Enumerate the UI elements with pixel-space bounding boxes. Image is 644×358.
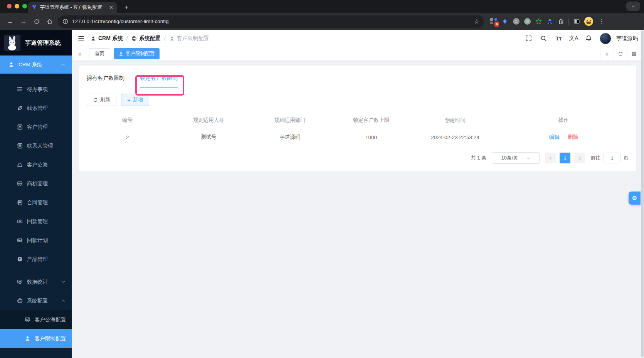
tag-customer-limit-config[interactable]: 客户限制配置 [114, 48, 160, 59]
col-created: 创建时间 [412, 112, 499, 128]
search-button[interactable] [537, 32, 550, 45]
breadcrumb-crm-system[interactable]: CRM 系统 [91, 35, 123, 42]
cell-dept: 芋道源码 [249, 128, 331, 146]
add-button[interactable]: + 新增 [121, 94, 149, 106]
browser-tab[interactable]: 芋道管理系统 - 客户限制配置 ✕ [28, 2, 117, 13]
leaf-icon [17, 105, 23, 111]
fullscreen-button[interactable] [522, 32, 535, 45]
tab-locked-customer-limit[interactable]: 锁定客户数限制 [140, 75, 178, 88]
home-button[interactable] [43, 15, 56, 28]
sidebar-item-products[interactable]: P 产品管理 [0, 250, 72, 269]
sidebar-item-customers[interactable]: 客户管理 [0, 118, 72, 136]
extensions-area: 6 [490, 15, 606, 28]
site-info-icon[interactable] [62, 18, 68, 24]
chevron-left-icon [548, 156, 553, 160]
user-avatar[interactable] [600, 33, 611, 44]
reload-button[interactable] [30, 15, 43, 28]
forward-button[interactable]: → [17, 15, 30, 28]
settings-fab[interactable]: ⚙ [629, 192, 641, 205]
refresh-icon [618, 51, 623, 57]
extensions-puzzle-icon[interactable] [557, 18, 564, 25]
breadcrumb-separator: / [126, 35, 128, 42]
tags-scroll-right-button[interactable]: » [600, 47, 614, 61]
browser-chrome: 芋道管理系统 - 客户限制配置 ✕ + ← → 127.0.0.1/crm/co… [0, 0, 644, 30]
logo-rabbit-image [4, 35, 20, 51]
toolbar-divider [568, 18, 569, 25]
pagination: 共 1 条 10条/页 1 [87, 152, 629, 164]
breadcrumb-system-config[interactable]: 系统配置 [131, 35, 161, 42]
cell-id: 2 [87, 128, 168, 146]
minimize-window-button[interactable] [15, 4, 19, 8]
close-window-button[interactable] [7, 4, 12, 8]
tab-overview-button[interactable] [626, 2, 640, 11]
font-size-button[interactable]: Tт [552, 32, 565, 45]
sidebar-menu: CRM 系统 待办事项 线索管理 客户管理 联系人管理 [0, 55, 72, 358]
cell-limit: 1000 [331, 128, 412, 146]
tags-scroll-left-button[interactable]: « [74, 51, 86, 57]
site-favicon [32, 5, 37, 10]
refresh-button[interactable]: 刷新 [87, 94, 116, 106]
sidebar-item-customer-pool[interactable]: 客户公海 [0, 155, 72, 174]
extension-green-circle-icon[interactable] [524, 18, 531, 25]
browser-profile-avatar[interactable] [584, 17, 593, 26]
url-text[interactable]: 127.0.0.1/crm/config/customer-limit-conf… [72, 18, 169, 24]
back-button[interactable]: ← [4, 15, 17, 28]
language-button[interactable]: 文A [567, 32, 580, 45]
breadcrumb-customer-limit-config: 客户限制配置 [169, 35, 209, 42]
scrollbar-thumb[interactable] [641, 31, 644, 357]
menu-fold-button[interactable] [78, 35, 84, 42]
sidebar-item-receivable-plan[interactable]: 回款计划 [0, 231, 72, 250]
cell-created: 2024-02-23 22:53:24 [412, 128, 499, 146]
edit-link[interactable]: 编辑 [549, 134, 559, 140]
person-icon [169, 36, 175, 41]
contact-book-icon [17, 124, 23, 130]
tab-owned-customer-limit[interactable]: 拥有客户数限制 [87, 75, 124, 88]
sidebar-item-customer-limit-config[interactable]: 客户限制配置 [0, 329, 72, 348]
col-actions: 操作 [499, 112, 629, 128]
split-screen-icon[interactable] [573, 18, 580, 25]
person-icon [119, 52, 123, 56]
username[interactable]: 芋道源码 [616, 35, 638, 42]
page-size-select[interactable]: 10条/页 [492, 152, 540, 164]
sidebar-item-opportunities[interactable]: 商机管理 [0, 174, 72, 193]
tags-refresh-button[interactable] [614, 47, 627, 61]
page-1-button[interactable]: 1 [560, 153, 570, 163]
maximize-window-button[interactable] [22, 4, 27, 8]
col-limit: 锁定客户数上限 [331, 112, 412, 128]
svg-text:P: P [19, 257, 21, 261]
new-tab-button[interactable]: + [121, 2, 132, 13]
sidebar-item-contracts[interactable]: 合同管理 [0, 193, 72, 212]
notification-button[interactable] [582, 32, 595, 45]
address-bar[interactable]: 127.0.0.1/crm/config/customer-limit-conf… [58, 15, 484, 28]
extension-gray-circle-icon[interactable] [513, 18, 520, 25]
extension-grid-icon[interactable]: 6 [490, 18, 497, 25]
next-page-button[interactable] [574, 153, 585, 163]
prev-page-button[interactable] [545, 153, 556, 163]
sidebar-item-system-config[interactable]: 系统配置 [0, 291, 72, 310]
sidebar-item-statistics[interactable]: 数据统计 [0, 272, 72, 291]
tab-close-icon[interactable]: ✕ [109, 5, 113, 10]
chevron-down-icon [631, 4, 636, 8]
extension-star-icon[interactable] [535, 18, 542, 25]
tags-view-controls: » [600, 47, 641, 61]
tags-layout-button[interactable] [627, 47, 641, 61]
bookmark-star-icon[interactable]: ☆ [474, 18, 479, 25]
goto-page-input[interactable] [604, 153, 620, 163]
chevron-up-icon [61, 299, 66, 303]
delete-link[interactable]: 删除 [568, 134, 578, 140]
contact-book-icon [17, 143, 23, 149]
sidebar-item-todo[interactable]: 待办事项 [0, 80, 72, 99]
extension-gem-icon[interactable] [501, 18, 508, 25]
sidebar-item-pool-config[interactable]: 客户公海配置 [0, 310, 72, 329]
refresh-icon [93, 97, 98, 103]
extension-layers-icon[interactable] [546, 18, 553, 25]
tag-home[interactable]: 首页 [89, 48, 110, 59]
pagination-total: 共 1 条 [471, 155, 486, 161]
payment-icon [17, 218, 23, 224]
sidebar-item-leads[interactable]: 线索管理 [0, 99, 72, 118]
sidebar-item-receivables[interactable]: 回款管理 [0, 212, 72, 231]
browser-menu-kebab-icon[interactable]: ⋮ [597, 15, 606, 28]
sidebar-item-contacts[interactable]: 联系人管理 [0, 136, 72, 155]
person-icon [8, 62, 14, 67]
sidebar-item-crm-system[interactable]: CRM 系统 [0, 55, 72, 74]
